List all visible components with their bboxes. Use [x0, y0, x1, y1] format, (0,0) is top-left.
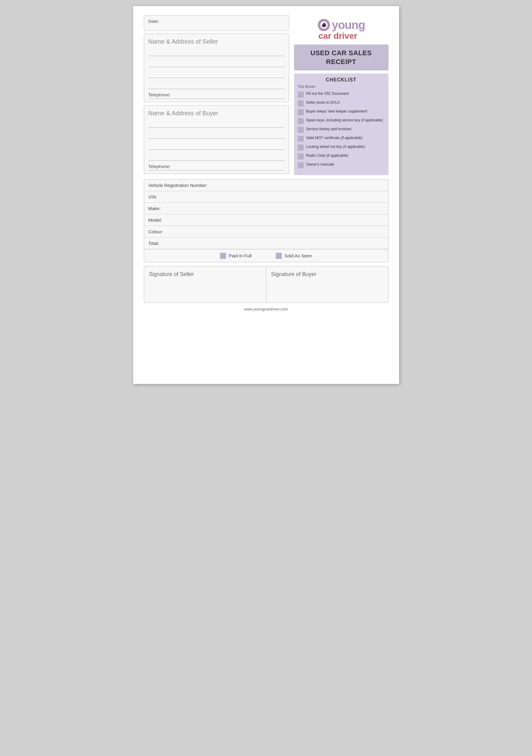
signature-seller-box: Signature of Seller [144, 266, 266, 302]
logo-container: young car driver [317, 18, 365, 40]
receipt-title: USED CAR SALES RECEIPT [297, 49, 386, 66]
seller-address-lines [148, 49, 285, 89]
buyer-telephone-label: Telephone: [148, 164, 171, 169]
signature-buyer-label: Signature of Buyer [271, 271, 383, 278]
top-section: Date: Name & Address of Seller Telephone… [144, 15, 389, 175]
buyer-line-2[interactable] [148, 132, 285, 139]
page: Date: Name & Address of Seller Telephone… [133, 6, 399, 384]
checklist-item-text-3: Buyer keeps 'new keeper supplement' [306, 109, 368, 114]
vehicle-section: Vehicle Registration Number: VIN: Make: … [144, 179, 389, 262]
buyer-line-3[interactable] [148, 143, 285, 150]
checklist-item-7: Locking wheel nut key (if applicable) [298, 144, 385, 151]
footer: www.youngcardriver.com [144, 307, 389, 311]
checklist-item-9: Owner's manuals [298, 162, 385, 168]
left-column: Date: Name & Address of Seller Telephone… [144, 15, 289, 175]
seller-telephone: Telephone: [148, 92, 285, 99]
checklist-item-8: Radio Code (if applicable) [298, 153, 385, 159]
checklist-box: CHECKLIST Tick Boxes Fill out the V5C Do… [294, 73, 389, 175]
checklist-item-2: Seller posts to DVLA [298, 100, 385, 106]
seller-line-2[interactable] [148, 60, 285, 67]
vehicle-vin-label: VIN: [148, 194, 157, 200]
vehicle-make-row: Make: [144, 203, 388, 214]
vehicle-total-row: Total: [144, 237, 388, 249]
logo-car-driver-text: car driver [318, 32, 357, 40]
checklist-item-3: Buyer keeps 'new keeper supplement' [298, 109, 385, 115]
checklist-item-text-4: Spare keys, including service key (if ap… [306, 118, 383, 123]
logo-young-text: young [332, 19, 365, 31]
checklist-item-text-5: Service history and invoices [306, 126, 352, 132]
seller-line-1[interactable] [148, 49, 285, 56]
paid-sold-row: Paid In Full Sold As Seen [144, 249, 388, 262]
checklist-item-text-6: Valid MOT certificate (if applicable) [306, 135, 363, 141]
buyer-title: Name & Address of Buyer [148, 110, 285, 117]
vehicle-model-row: Model: [144, 214, 388, 226]
checklist-item-4: Spare keys, including service key (if ap… [298, 118, 385, 124]
vehicle-reg-row: Vehicle Registration Number: [144, 180, 388, 191]
checkbox-5[interactable] [298, 127, 304, 133]
vehicle-colour-label: Colour: [148, 229, 163, 234]
seller-line-4[interactable] [148, 82, 285, 89]
title-box: USED CAR SALES RECEIPT [294, 44, 389, 70]
checklist-item-5: Service history and invoices [298, 126, 385, 133]
vehicle-reg-label: Vehicle Registration Number: [148, 183, 208, 188]
title-line1: USED CAR SALES [311, 49, 372, 57]
checklist-item-text-7: Locking wheel nut key (if applicable) [306, 144, 365, 149]
sold-as-seen-item: Sold As Seen [276, 253, 312, 259]
seller-address-box: Name & Address of Seller Telephone: [144, 34, 289, 102]
checkbox-4[interactable] [298, 118, 304, 124]
signature-section: Signature of Seller Signature of Buyer [144, 266, 389, 303]
buyer-address-lines [148, 121, 285, 161]
vehicle-vin-row: VIN: [144, 191, 388, 203]
checkbox-6[interactable] [298, 136, 304, 142]
seller-title: Name & Address of Seller [148, 38, 285, 45]
checklist-item-1: Fill out the V5C Document [298, 91, 385, 97]
right-column: young car driver USED CAR SALES RECEIPT … [294, 15, 389, 175]
seller-telephone-label: Telephone: [148, 92, 171, 97]
checklist-title: CHECKLIST [298, 77, 385, 83]
sold-as-seen-checkbox[interactable] [276, 253, 282, 259]
signature-buyer-box: Signature of Buyer [266, 266, 388, 302]
checklist-item-text-1: Fill out the V5C Document [306, 91, 349, 96]
logo-box: young car driver [294, 15, 389, 41]
checklist-item-text-9: Owner's manuals [306, 162, 334, 167]
paid-in-full-label: Paid In Full [229, 253, 251, 258]
vehicle-make-label: Make: [148, 206, 161, 211]
signature-seller-label: Signature of Seller [149, 271, 261, 278]
checkbox-8[interactable] [298, 153, 304, 159]
checkbox-7[interactable] [298, 145, 304, 151]
date-label: Date: [148, 18, 159, 24]
title-line2: RECEIPT [326, 58, 356, 66]
vehicle-model-label: Model: [148, 217, 162, 223]
checklist-item-text-2: Seller posts to DVLA [306, 100, 340, 105]
date-box: Date: [144, 15, 289, 31]
seller-line-3[interactable] [148, 71, 285, 78]
checkbox-1[interactable] [298, 92, 304, 97]
vehicle-total-label: Total: [148, 241, 159, 246]
logo-top-row: young [317, 18, 365, 32]
buyer-line-4[interactable] [148, 154, 285, 161]
tick-boxes-label: Tick Boxes [298, 85, 385, 89]
checkbox-2[interactable] [298, 100, 304, 106]
vehicle-colour-row: Colour: [144, 226, 388, 237]
checklist-item-text-8: Radio Code (if applicable) [306, 153, 348, 158]
sold-as-seen-label: Sold As Seen [284, 253, 312, 258]
checkbox-9[interactable] [298, 162, 304, 168]
buyer-telephone: Telephone: [148, 164, 285, 171]
logo-icon [317, 18, 331, 32]
footer-url: www.youngcardriver.com [244, 307, 288, 311]
checkbox-3[interactable] [298, 109, 304, 115]
paid-in-full-item: Paid In Full [220, 253, 251, 259]
checklist-item-6: Valid MOT certificate (if applicable) [298, 135, 385, 142]
buyer-address-box: Name & Address of Buyer Telephone: [144, 105, 289, 174]
paid-in-full-checkbox[interactable] [220, 253, 226, 259]
svg-point-3 [322, 23, 324, 25]
buyer-line-1[interactable] [148, 121, 285, 128]
